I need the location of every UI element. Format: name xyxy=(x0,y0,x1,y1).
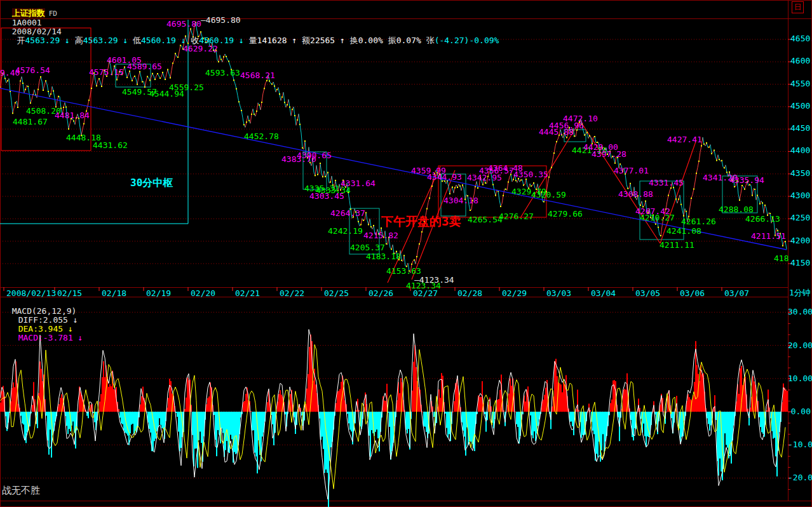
price-axis-label: 4650.0 xyxy=(790,34,812,43)
title-suffix: FD xyxy=(49,10,57,18)
app-window: { "window": { "title": "上证指数", "title_su… xyxy=(0,0,812,507)
date-tick-label: 03/05 xyxy=(635,289,660,298)
price-axis-label: 4500.0 xyxy=(790,102,812,111)
date-tick-label: 03/06 xyxy=(680,289,705,298)
date-tick-label: 02/15 xyxy=(57,289,82,298)
period-minute-label[interactable]: 1分钟 xyxy=(789,288,811,297)
macd-axis-label: 30.00 xyxy=(788,308,811,316)
period-daily-button[interactable]: 日 xyxy=(792,1,804,13)
macd-axis-label: 20.00 xyxy=(788,341,811,350)
price-axis-label: 4450.0 xyxy=(790,124,812,133)
quote-row: 1A0001 2008/02/14 开4563.29 ↓ 高4563.29 ↓ … xyxy=(2,10,783,18)
date-tick-label: 03/04 xyxy=(591,289,616,298)
date-tick-label: 03/03 xyxy=(546,289,571,298)
price-axis-label: 4300.0 xyxy=(790,191,812,200)
price-axis-label: 4550.0 xyxy=(790,79,812,88)
price-axis-label: 4250.0 xyxy=(790,213,812,222)
date-tick-label: 02/21 xyxy=(235,289,260,298)
indicator-header: MACD(26,12,9) DIFF:2.055 ↓ DEA:3.945 ↓ M… xyxy=(2,298,83,307)
instrument-title: 上证指数 xyxy=(12,8,45,18)
macd-axis-label: -20.00 xyxy=(788,473,811,482)
price-axis-label: 4200.0 xyxy=(790,236,812,245)
date-tick-label: 02/22 xyxy=(280,289,304,298)
macd-axis-label: 10.00 xyxy=(788,374,811,383)
date-tick-label: 02/18 xyxy=(102,289,126,298)
date-tick-label: 02/19 xyxy=(146,289,171,298)
title-bar: 上证指数FD xyxy=(2,0,57,9)
date-tick-label: 02/27 xyxy=(413,289,438,298)
date-tick-label: 03/07 xyxy=(724,289,749,298)
price-axis-label: 4400.0 xyxy=(790,146,812,155)
price-axis-label: 4150.0 xyxy=(790,259,812,267)
macd-axis-label: 0.00 xyxy=(788,407,811,416)
main-chart-region[interactable] xyxy=(0,19,788,287)
macd-axis-label: -10.00 xyxy=(788,440,811,449)
date-tick-label: 02/25 xyxy=(324,289,349,298)
price-axis-label: 4350.0 xyxy=(790,169,812,178)
date-tick-label: 02/26 xyxy=(369,289,393,298)
date-tick-label: 02/29 xyxy=(502,289,527,298)
price-axis-label: 4600.0 xyxy=(790,57,812,65)
date-tick-label: 02/28 xyxy=(457,289,482,298)
date-tick-label: 2008/02/13 xyxy=(6,289,56,298)
macd-chart-region[interactable] xyxy=(0,309,788,501)
date-tick-label: 02/20 xyxy=(191,289,215,298)
